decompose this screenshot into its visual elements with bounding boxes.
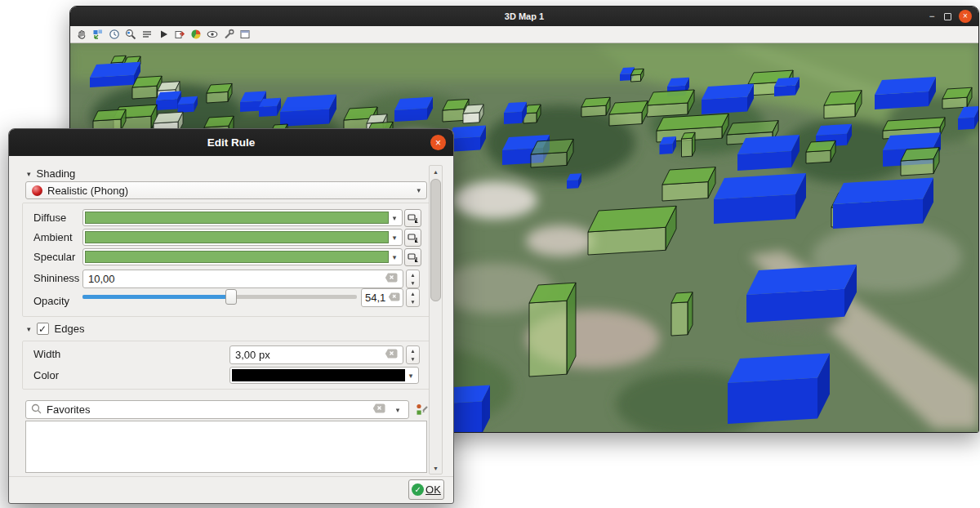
measure-line-icon[interactable] <box>140 28 154 42</box>
shading-type-value: Realistic (Phong) <box>47 185 128 197</box>
width-label: Width <box>33 348 60 360</box>
shading-sphere-icon[interactable] <box>189 28 203 42</box>
map-toolbar <box>70 26 978 43</box>
maximize-button[interactable] <box>944 13 951 20</box>
play-animation-icon[interactable] <box>156 28 170 42</box>
map-window-title: 3D Map 1 <box>505 11 544 21</box>
edges-checkbox[interactable]: ✓ <box>37 323 49 335</box>
specular-override-button[interactable] <box>404 248 421 266</box>
dialog-scrollbar[interactable]: ▲ ▼ <box>429 165 443 475</box>
dropdown-arrow-icon[interactable]: ▾ <box>389 231 400 243</box>
dialog-titlebar[interactable]: Edit Rule × <box>9 129 453 156</box>
clear-icon[interactable] <box>385 349 398 361</box>
dialog-close-button[interactable]: × <box>430 135 446 150</box>
opacity-row: 54,1 ▲ ▼ <box>9 287 453 307</box>
diffuse-color-button[interactable]: ▾ <box>82 209 403 226</box>
button-separator <box>9 476 453 477</box>
scroll-up-icon[interactable]: ▲ <box>430 166 442 177</box>
spin-down-icon[interactable]: ▼ <box>407 298 419 307</box>
edge-width-spinner[interactable]: ▲ ▼ <box>406 345 420 364</box>
ok-button-label: OK <box>425 483 441 496</box>
spin-down-icon[interactable]: ▼ <box>407 279 419 288</box>
dialog-body: ▾ Shading Realistic (Phong) ▾ Diffuse ▾ … <box>9 156 453 503</box>
ambient-override-button[interactable] <box>404 229 421 247</box>
shininess-value: 10,00 <box>88 273 115 285</box>
minimize-button[interactable]: − <box>927 12 937 20</box>
edge-color-swatch <box>232 369 405 381</box>
clear-icon[interactable] <box>388 292 400 304</box>
phong-sphere-icon <box>32 185 42 196</box>
identify-tool-icon[interactable] <box>123 28 137 42</box>
dropdown-arrow-icon[interactable]: ▾ <box>392 406 403 414</box>
export-scene-icon[interactable] <box>172 28 186 42</box>
shininess-spinner[interactable]: ▲ ▼ <box>406 270 420 288</box>
edge-width-value: 3,00 px <box>235 349 270 361</box>
opacity-spinner[interactable]: ▲ ▼ <box>406 288 420 307</box>
collapse-arrow-icon[interactable]: ▾ <box>27 325 31 333</box>
eye-visibility-icon[interactable] <box>205 28 219 42</box>
favorites-search-box[interactable]: Favorites ▾ <box>25 400 409 419</box>
edge-color-label: Color <box>33 369 59 381</box>
favorites-filter-value: Favorites <box>47 403 90 416</box>
animation-clock-icon[interactable] <box>107 28 121 42</box>
shading-type-combobox[interactable]: Realistic (Phong) ▾ <box>25 181 427 199</box>
diffuse-color-swatch <box>85 212 389 224</box>
specular-color-button[interactable]: ▾ <box>82 248 403 265</box>
dropdown-arrow-icon: ▾ <box>416 186 421 194</box>
spin-up-icon[interactable]: ▲ <box>407 270 419 279</box>
ambient-color-button[interactable]: ▾ <box>82 229 403 246</box>
ambient-label: Ambient <box>33 231 73 243</box>
spin-up-icon[interactable]: ▲ <box>407 289 419 298</box>
dock-panel-icon[interactable] <box>238 28 252 42</box>
diffuse-override-button[interactable] <box>404 209 421 227</box>
shading-section-label: Shading <box>37 167 76 180</box>
search-icon <box>31 403 42 417</box>
edge-color-button[interactable]: ▾ <box>229 367 419 384</box>
close-button[interactable]: × <box>959 10 972 23</box>
edges-section-label: Edges <box>55 323 85 335</box>
spin-down-icon[interactable]: ▼ <box>407 355 419 364</box>
shininess-input[interactable]: 10,00 <box>82 270 403 288</box>
dropdown-arrow-icon[interactable]: ▾ <box>389 251 400 263</box>
symbols-list[interactable] <box>25 421 427 473</box>
map-window-titlebar[interactable]: 3D Map 1 − × <box>70 7 978 26</box>
opacity-value-box[interactable]: 54,1 <box>361 288 403 307</box>
window-controls: − × <box>927 7 972 26</box>
ok-button[interactable]: ✓ OK <box>408 479 444 500</box>
spin-up-icon[interactable]: ▲ <box>407 346 419 355</box>
opacity-slider[interactable] <box>82 295 357 299</box>
opacity-slider-handle[interactable] <box>225 289 237 305</box>
dialog-title: Edit Rule <box>207 136 256 149</box>
camera-control-icon[interactable] <box>91 28 105 42</box>
diffuse-label: Diffuse <box>33 212 66 224</box>
opacity-value: 54,1 <box>365 292 385 304</box>
ok-check-icon: ✓ <box>412 483 424 496</box>
clear-icon[interactable] <box>372 403 385 416</box>
style-manager-button[interactable] <box>414 402 430 417</box>
edit-rule-dialog: Edit Rule × ▾ Shading Realistic (Phong) … <box>8 128 454 504</box>
shading-section-header[interactable]: ▾ Shading <box>27 167 75 180</box>
edges-section-header[interactable]: ▾ ✓ Edges <box>27 323 84 335</box>
collapse-arrow-icon[interactable]: ▾ <box>27 170 31 178</box>
shininess-label: Shininess <box>33 272 79 284</box>
scrollbar-thumb[interactable] <box>430 179 441 301</box>
scroll-down-icon[interactable]: ▼ <box>430 462 442 474</box>
configure-wrench-icon[interactable] <box>221 28 235 42</box>
edge-width-input[interactable]: 3,00 px <box>229 345 403 364</box>
specular-color-swatch <box>85 251 389 263</box>
specular-label: Specular <box>33 251 75 263</box>
dropdown-arrow-icon[interactable]: ▾ <box>389 212 400 224</box>
ambient-color-swatch <box>85 231 389 243</box>
clear-icon[interactable] <box>385 273 398 285</box>
pan-camera-icon[interactable] <box>74 28 88 42</box>
dropdown-arrow-icon[interactable]: ▾ <box>405 369 416 381</box>
opacity-slider-fill <box>82 295 231 299</box>
